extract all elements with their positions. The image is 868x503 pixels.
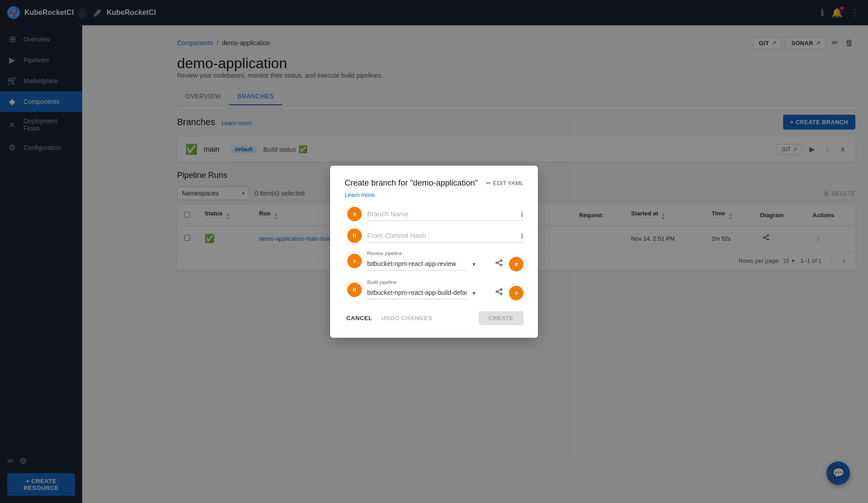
svg-line-9 — [498, 263, 501, 265]
review-pipeline-icon-btn[interactable] — [494, 257, 504, 270]
review-pipeline-field-group: Review pipeline bitbucket-npm-react-app-… — [367, 251, 523, 271]
step-d-badge: d — [347, 283, 362, 297]
svg-line-8 — [498, 261, 501, 262]
branch-name-info-icon[interactable]: ℹ — [521, 210, 523, 218]
build-pipeline-icon-btn[interactable] — [494, 286, 504, 299]
svg-point-12 — [500, 293, 502, 294]
dialog-header: Create branch for "demo-application" ✏ E… — [345, 178, 523, 188]
step-e-badge-1: e — [509, 257, 523, 271]
commit-hash-field-row: b ℹ — [367, 229, 523, 242]
dialog-title: Create branch for "demo-application" — [345, 178, 478, 188]
dialog-undo-button: UNDO CHANGES — [379, 311, 434, 325]
svg-line-13 — [498, 290, 501, 291]
dialog-actions: CANCEL UNDO CHANGES CREATE — [345, 311, 523, 325]
review-pipeline-select-wrap: bitbucket-npm-react-app-review — [367, 257, 489, 270]
branch-name-field-row: a ℹ — [367, 207, 523, 221]
create-branch-dialog: Create branch for "demo-application" ✏ E… — [330, 166, 538, 338]
svg-point-10 — [496, 291, 497, 292]
review-pipeline-label: Review pipeline — [367, 251, 523, 256]
dialog-cancel-button[interactable]: CANCEL — [345, 311, 374, 325]
branch-name-field-group: ℹ — [367, 207, 523, 221]
modal-overlay: Create branch for "demo-application" ✏ E… — [0, 0, 868, 503]
branch-name-input[interactable] — [367, 207, 523, 221]
svg-point-11 — [500, 289, 502, 290]
svg-point-6 — [500, 260, 502, 261]
step-c-badge: c — [347, 254, 362, 268]
commit-hash-field-group: ℹ — [367, 229, 523, 242]
step-a-badge: a — [347, 207, 362, 221]
dialog-learn-more-link[interactable]: Learn more. — [345, 191, 523, 198]
review-pipeline-select-row: bitbucket-npm-react-app-review e — [367, 257, 523, 271]
edit-yaml-button[interactable]: ✏ EDIT YAML — [486, 180, 523, 186]
build-pipeline-field-row: d Build pipeline bitbucket-npm-react-app… — [367, 279, 523, 300]
build-pipeline-select[interactable]: bitbucket-npm-react-app-build-default — [367, 286, 467, 299]
review-pipeline-select[interactable]: bitbucket-npm-react-app-review — [367, 257, 467, 270]
svg-line-14 — [498, 292, 501, 293]
edit-yaml-label: EDIT YAML — [493, 180, 523, 186]
build-pipeline-select-row: bitbucket-npm-react-app-build-default e — [367, 286, 523, 300]
svg-point-5 — [496, 262, 497, 263]
pencil-icon: ✏ — [486, 180, 491, 186]
build-pipeline-label: Build pipeline — [367, 279, 523, 285]
build-pipeline-select-wrap: bitbucket-npm-react-app-build-default — [367, 286, 489, 299]
step-b-badge: b — [347, 228, 362, 243]
commit-hash-input[interactable] — [367, 229, 523, 242]
dialog-create-button[interactable]: CREATE — [479, 311, 523, 325]
svg-point-7 — [500, 264, 502, 265]
commit-hash-info-icon[interactable]: ℹ — [521, 231, 523, 240]
build-pipeline-field-group: Build pipeline bitbucket-npm-react-app-b… — [367, 279, 523, 300]
step-e-badge-2: e — [509, 286, 523, 300]
review-pipeline-field-row: c Review pipeline bitbucket-npm-react-ap… — [367, 251, 523, 271]
